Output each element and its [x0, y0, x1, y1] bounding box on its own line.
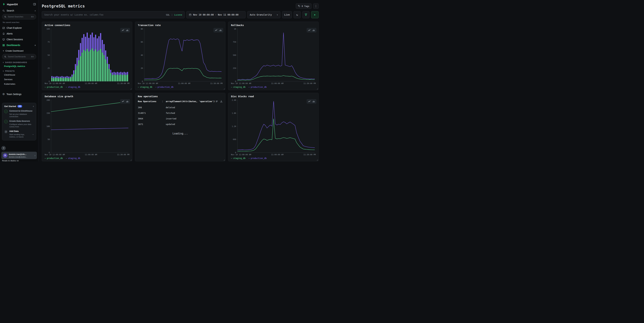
sidebar-item-label: Alerts	[6, 32, 13, 35]
get-started-step-connect[interactable]: ✓ Connect to ClickHouse Set up your data…	[4, 110, 34, 118]
panel-resize-handle[interactable]	[316, 88, 318, 90]
sidebar-item-team-settings[interactable]: ⚙ Team Settings	[0, 91, 38, 97]
table-rows-icon[interactable]	[216, 100, 218, 103]
svg-text:75: 75	[48, 41, 50, 43]
create-dashboard-button[interactable]: + Create Dashboard	[0, 48, 38, 54]
line-view-button[interactable]	[122, 29, 124, 32]
bar-view-button[interactable]	[126, 100, 128, 103]
chevron-right-icon: ›	[35, 154, 35, 157]
monitor-icon	[2, 38, 5, 41]
panel-resize-handle[interactable]	[316, 159, 318, 161]
date-range-picker[interactable]: Nov 10 00:00:00 - Nov 11 00:00:00	[186, 11, 246, 18]
user-email: dominic.tran@clickho...	[9, 156, 27, 158]
legend-staging-db[interactable]: —staging_db	[66, 86, 80, 88]
panel-resize-handle[interactable]	[130, 88, 132, 90]
legend-staging-db[interactable]: —staging_db	[231, 86, 246, 88]
panel-title: Row operations	[138, 95, 222, 98]
granularity-select[interactable]: Auto Granularity ∨	[247, 11, 280, 18]
svg-text:1K: 1K	[234, 28, 236, 30]
bar-chart-icon	[126, 29, 128, 32]
dashboards-grid-icon	[2, 44, 5, 46]
chevron-down-icon: ∨	[3, 70, 4, 72]
panel-resize-handle[interactable]	[130, 159, 132, 161]
search-section-label: Search	[6, 9, 14, 12]
line-chart-icon	[215, 29, 218, 32]
svg-text:1.2K: 1.2K	[232, 125, 236, 127]
sidebar-item-client-sessions[interactable]: Client Sessions	[0, 36, 38, 42]
sidebar-item-search[interactable]: Search ∧	[0, 8, 38, 14]
svg-text:0: 0	[235, 152, 236, 154]
saved-dashboards-section-toggle[interactable]: ∨ SAVED DASHBOARDS	[0, 60, 38, 64]
main-content: PostgreSQL metrics 0 Tags ⋮ SQL | Lucene	[38, 0, 322, 162]
column-divider-icon: ⋮	[162, 100, 166, 103]
legend-staging-db[interactable]: —staging_db	[231, 157, 246, 160]
bar-view-button[interactable]	[219, 29, 222, 32]
get-started-step-datasources[interactable]: ✓ Create Data Sources Configure where yo…	[4, 120, 34, 128]
legend-production-db[interactable]: —production_db	[248, 86, 266, 88]
chart-transaction-rate: 02K4K6K8K	[138, 27, 222, 82]
tags-label: 0 Tags	[302, 5, 309, 8]
tags-button[interactable]: 0 Tags	[296, 4, 312, 9]
bar-view-button[interactable]	[312, 100, 315, 103]
legend-production-db[interactable]: —production_db	[248, 157, 266, 160]
lucene-mode-toggle[interactable]: Lucene	[174, 14, 182, 16]
gear-icon: ⚙	[2, 93, 5, 96]
saved-searches-input[interactable]: Saved Searches ⌘K	[2, 14, 36, 20]
sql-mode-toggle[interactable]: SQL	[166, 14, 170, 16]
dashboard-menu-button[interactable]: ⋮	[313, 4, 318, 9]
filter-button[interactable]	[302, 11, 310, 18]
legend-staging-db[interactable]: —staging_db	[66, 157, 80, 160]
legend-staging-db[interactable]: —staging_db	[138, 86, 152, 88]
live-button[interactable]: Live	[282, 11, 292, 18]
line-view-button[interactable]	[308, 100, 311, 103]
step-title: Add Data	[9, 130, 30, 133]
panel-resize-handle[interactable]	[223, 159, 225, 161]
download-icon[interactable]	[220, 100, 222, 103]
presets-section-toggle[interactable]: ∨ PRESETS	[0, 68, 38, 72]
user-menu[interactable]: D dominic.tran@clic... dominic.tran@clic…	[1, 152, 37, 159]
search-input[interactable]	[44, 13, 164, 16]
refresh-button[interactable]: ↻	[294, 11, 301, 18]
table-row: 314071fetched	[138, 110, 222, 116]
sidebar-item-services[interactable]: Services	[0, 77, 38, 82]
sidebar-collapse-button[interactable]	[33, 3, 36, 6]
dashboard-header: PostgreSQL metrics 0 Tags ⋮	[42, 0, 318, 11]
funnel-icon	[304, 13, 307, 16]
sidebar-item-clickhouse[interactable]: ClickHouse	[0, 72, 38, 77]
shortcut-badge: ⌘K	[31, 56, 34, 58]
run-query-button[interactable]: ▶	[311, 11, 318, 18]
line-view-button[interactable]	[122, 100, 124, 103]
column-header-row-operations: Row Operations	[138, 100, 162, 103]
saved-dashboards-input[interactable]: Saved Dashboards ⌘K	[2, 54, 36, 59]
panel-resize-handle[interactable]	[223, 88, 225, 90]
get-started-step-add-data[interactable]: 3 Add Data Start sending logs, metrics, …	[4, 130, 34, 138]
bar-view-button[interactable]	[126, 29, 128, 32]
sidebar-item-dashboards[interactable]: Dashboards ∧	[0, 42, 38, 48]
legend-production-db[interactable]: —production_db	[45, 157, 63, 160]
panel-title: Rollbacks	[231, 24, 316, 26]
saved-searches-placeholder: Saved Searches	[8, 16, 23, 18]
sidebar: HyperDX Search ∧ Saved Searches ⌘K No sa…	[0, 0, 38, 162]
svg-text:2K: 2K	[141, 67, 143, 69]
panel-transaction-rate: Transaction rate 02K4K6K8K Nov 10 12:00:…	[135, 22, 226, 90]
bar-view-button[interactable]	[312, 29, 315, 32]
sidebar-item-chart-explorer[interactable]: Chart Explorer	[0, 25, 38, 31]
check-circle-icon: ✓	[4, 120, 8, 123]
sidebar-item-postgresql-metrics[interactable]: PostgreSQL metrics	[0, 64, 38, 68]
legend-production-db[interactable]: —production_db	[45, 86, 63, 88]
create-dashboard-label: Create Dashboard	[6, 50, 23, 52]
chart-legend: —staging_db —production_db	[231, 157, 316, 160]
chevron-up-icon: ∧	[34, 44, 36, 46]
line-view-button[interactable]	[215, 29, 218, 32]
legend-production-db[interactable]: —production_db	[155, 86, 173, 88]
get-started-header[interactable]: Get Started 2/3 ∧	[4, 105, 34, 108]
tag-icon	[298, 5, 300, 7]
help-button[interactable]: ?	[1, 146, 6, 150]
svg-text:0: 0	[235, 80, 236, 82]
sidebar-item-alerts[interactable]: Alerts	[0, 31, 38, 36]
sidebar-item-kubernetes[interactable]: Kubernetes	[0, 82, 38, 86]
svg-text:600: 600	[233, 138, 236, 140]
line-view-button[interactable]	[308, 29, 311, 32]
query-toolbar: SQL | Lucene Nov 10 00:00:00 - Nov 11 00…	[42, 11, 318, 18]
chart-type-toggle	[120, 99, 130, 104]
